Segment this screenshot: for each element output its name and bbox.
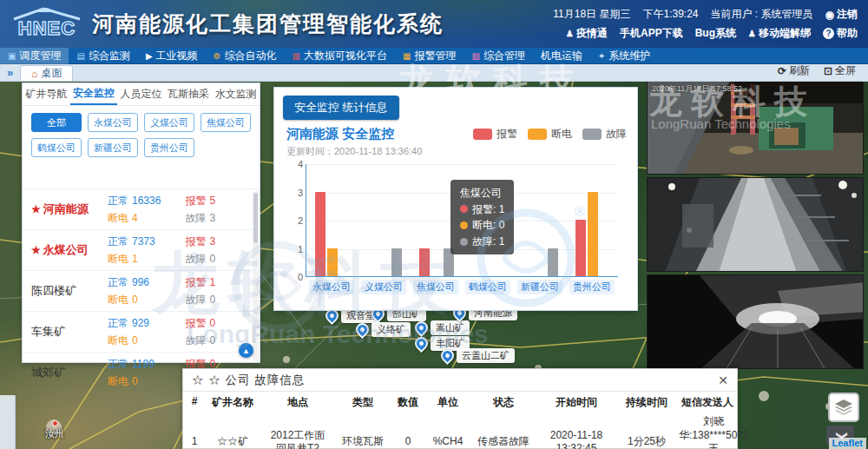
bar-焦煤公司-报警[interactable] [419,248,430,277]
nav-item-icon: ▧ [471,52,479,61]
question-icon: ? [823,28,834,39]
header-link-疫情通[interactable]: ♟疫情通 [566,26,608,41]
logout-button[interactable]: ◉注销 [825,7,858,22]
cell-开始时间: 2020-11-18 13:32:45 [537,413,615,449]
filter-button-贵州公司[interactable]: 贵州公司 [144,138,194,157]
y-tick-label: 1 [287,244,303,254]
sidebar-expander[interactable]: » [7,66,13,79]
column-header-地点: 地点 [260,392,336,413]
nav-item-工业视频[interactable]: ▶工业视频 [138,48,206,64]
company-name-label: 永煤公司 [43,242,89,258]
header-time: 下午1:39:24 [642,7,698,22]
company-row[interactable]: 车集矿正常929报警0断电0故障0 [23,311,260,352]
nav-item-综合自动化[interactable]: ⚙综合自动化 [206,48,285,64]
nav-item-报警管理[interactable]: ▦报警管理 [395,48,464,64]
legend-item-断电[interactable]: 断电 [528,127,572,142]
nav-item-label: 工业视频 [156,49,198,63]
company-name-label: 城郊矿 [31,365,65,380]
camera-3-image [648,275,864,369]
nav-item-机电运输[interactable]: 机电运输 [533,48,590,64]
fullscreen-button[interactable]: ⊡全屏 [824,63,856,78]
nav-item-系统维护[interactable]: ✦系统维护 [590,48,658,64]
nav-item-大数据可视化平台[interactable]: ▥大数据可视化平台 [285,48,395,64]
scroll-up-button[interactable]: ▲ [239,343,253,358]
app-header: HNEC 河南能源化工集团管理智能化系统 11月18日 星期三 下午1:39:2… [0,0,868,48]
bar-新疆公司-故障[interactable] [548,248,558,277]
stats-header-button[interactable]: 安全监控 统计信息 [283,96,399,120]
map-pin-icon [353,320,372,339]
cell-类型: 环境瓦斯 [336,413,390,449]
bar-永煤公司-报警[interactable] [315,192,326,277]
tooltip-dot [460,205,468,213]
header-link-移动端解绑[interactable]: ♟移动端解绑 [748,26,811,41]
nav-item-综合监测[interactable]: ▤综合监测 [69,48,137,64]
nav-item-调度管理[interactable]: ▣调度管理 [0,48,69,64]
filter-button-永煤公司[interactable]: 永煤公司 [88,113,138,132]
stat-fault: 故障0 [185,293,247,307]
bar-贵州公司-断电[interactable] [588,192,598,277]
camera-feed-3[interactable] [647,274,864,369]
close-icon[interactable]: ✕ [718,373,728,387]
header-link-Bug系统[interactable]: Bug系统 [695,26,736,41]
header-link-帮助[interactable]: ?帮助 [823,26,858,41]
tooltip-title: 焦煤公司 [460,185,504,201]
fault-table-row[interactable]: 1☆☆矿2012工作面 回风巷T2环境瓦斯0%CH4传感器故障2020-11-1… [183,413,737,449]
nav-item-综合管理[interactable]: ▧综合管理 [464,48,532,64]
filter-button-新疆公司[interactable]: 新疆公司 [88,138,138,157]
filter-button-全部[interactable]: 全部 [31,113,82,132]
stat-alarm: 报警3 [185,234,247,249]
map-pin-嵩山矿[interactable]: 嵩山矿 [415,320,470,335]
legend-item-报警[interactable]: 报警 [473,127,517,142]
company-row[interactable]: 陈四楼矿正常996报警1断电0故障0 [23,270,260,311]
company-row[interactable]: ★永煤公司正常7373报警3断电1故障0 [23,229,260,270]
map-pin-云盖山二矿[interactable]: 云盖山二矿 [441,348,515,363]
cell-状态: 传感器故障 [470,413,537,449]
company-row[interactable]: ★河南能源正常16336报警5断电4故障3 [23,188,260,229]
stat-alarm: 报警5 [185,194,247,208]
legend-label: 故障 [606,127,627,142]
city-dot-icon [52,420,58,426]
panel-tab-安全监控[interactable]: 安全监控 [70,83,118,105]
chart-legend: 报警断电故障 [473,127,627,142]
map-pin-icon [438,347,457,365]
bar-永煤公司-断电[interactable] [327,248,338,277]
legend-swatch [582,129,602,140]
stat-poweroff: 断电4 [108,211,185,226]
panel-tab-人员定位[interactable]: 人员定位 [117,83,165,105]
header-link-手机APP下载[interactable]: 手机APP下载 [620,26,683,41]
filter-button-焦煤公司[interactable]: 焦煤公司 [201,113,251,132]
chart-x-labels: 永煤公司义煤公司焦煤公司鹤煤公司新疆公司贵州公司 [306,280,618,297]
tab-desktop[interactable]: ⌂ 桌面 [20,65,73,81]
company-name-label: 陈四楼矿 [31,283,76,299]
cell-持续时间: 1分25秒 [615,413,678,449]
chart-updated-time: 更新时间：2020-11-18 13:36:40 [286,145,422,158]
filter-button-鹤煤公司[interactable]: 鹤煤公司 [31,138,82,157]
leaflet-attribution[interactable]: Leaflet [829,438,866,449]
legend-item-故障[interactable]: 故障 [582,127,627,142]
map-layers-control[interactable] [828,393,859,422]
tooltip-dot [460,238,468,246]
company-name: ★永煤公司 [31,242,108,258]
filter-button-义煤公司[interactable]: 义煤公司 [144,113,194,132]
arrow-up-icon: ▲ [242,347,250,355]
column-header-矿井名称: 矿井名称 [206,392,260,413]
panel-tab-矿井导航[interactable]: 矿井导航 [23,83,70,105]
column-header-短信发送人: 短信发送人 [678,392,737,413]
panel-tab-水文监测[interactable]: 水文监测 [212,83,260,105]
map-pin-义络矿[interactable]: 义络矿 [356,322,411,337]
monitor-panel: 矿井导航安全监控人员定位瓦斯抽采水文监测 全部永煤公司义煤公司焦煤公司鹤煤公司新… [22,83,260,363]
refresh-button[interactable]: ⟳刷新 [778,63,810,78]
stat-poweroff: 断电1 [108,252,185,267]
panel-tab-瓦斯抽采[interactable]: 瓦斯抽采 [165,83,213,105]
company-name: 陈四楼矿 [31,283,108,299]
camera-feed-2[interactable] [647,177,864,272]
cell-数值: 0 [390,413,426,449]
company-stats: 正常16336报警5断电4故障3 [108,194,247,226]
refresh-icon: ⟳ [778,65,786,77]
x-label-义煤公司: 义煤公司 [361,280,406,294]
stat-poweroff: 断电0 [108,374,185,389]
panel-scrollbar[interactable] [253,191,259,361]
bar-贵州公司-报警[interactable] [575,220,586,276]
camera-feed-1[interactable]: 2020年11月18日 17:58:52 [647,80,864,175]
bar-义煤公司-故障[interactable] [391,248,402,277]
